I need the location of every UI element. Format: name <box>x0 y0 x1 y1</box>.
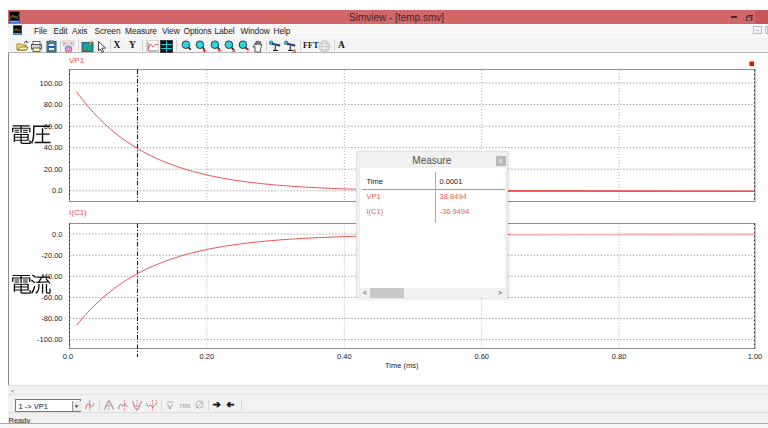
svg-text:2: 2 <box>155 399 157 405</box>
